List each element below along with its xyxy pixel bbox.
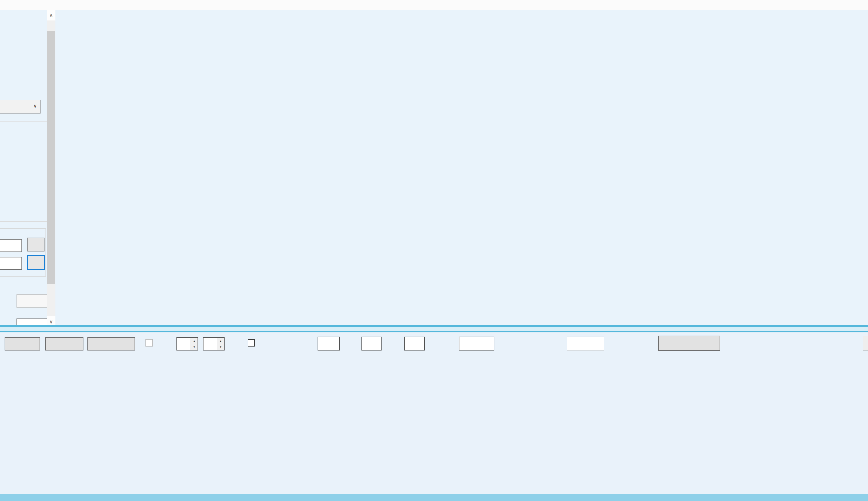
apply-percent-button-1[interactable] <box>28 238 45 252</box>
sidebar-scrollbar[interactable]: ∧ ∨ <box>47 10 55 325</box>
delete-button[interactable] <box>45 337 84 351</box>
scroll-up-button[interactable]: ∧ <box>47 10 55 20</box>
portfolio-chart[interactable] <box>56 10 868 325</box>
percent-field-2[interactable] <box>0 257 22 270</box>
chevron-up-icon: ∧ <box>50 12 53 18</box>
positions-toolbar: ▲ ▼ ▲ ▼ <box>0 332 868 356</box>
save-button[interactable] <box>87 337 135 351</box>
horizontal-splitter[interactable] <box>0 325 868 332</box>
p2-field[interactable] <box>567 337 604 351</box>
v1-field[interactable] <box>361 337 382 351</box>
spinner-value <box>177 338 191 350</box>
chevron-down-icon: ∨ <box>33 103 37 109</box>
p1-field[interactable] <box>459 337 494 351</box>
chart-plot <box>56 10 868 325</box>
m-checkbox[interactable] <box>248 339 255 347</box>
dh-spinner-2[interactable]: ▲ ▼ <box>203 337 224 351</box>
tab-bar <box>0 0 868 10</box>
chevron-down-icon: ∨ <box>50 319 53 325</box>
dh-spinner-1[interactable]: ▲ ▼ <box>176 337 198 351</box>
strategy-dropdown[interactable]: ∨ <box>0 100 41 114</box>
import-button[interactable] <box>4 337 40 351</box>
cut-button[interactable] <box>863 336 868 351</box>
v2-field[interactable] <box>404 337 425 351</box>
spinner-down-icon[interactable]: ▼ <box>191 344 198 350</box>
d-field[interactable] <box>318 337 340 351</box>
spinner-up-icon[interactable]: ▲ <box>217 338 224 344</box>
scrollbar-thumb[interactable] <box>47 31 55 284</box>
spinner-value <box>204 338 217 350</box>
apply-percent-button-2[interactable] <box>27 255 45 270</box>
status-bar <box>0 494 868 501</box>
app-window: ∨ ∧ ∨ ▲ ▼ <box>0 0 868 501</box>
spinner-down-icon[interactable]: ▼ <box>217 344 224 350</box>
calc-go-button[interactable] <box>658 335 720 351</box>
dh-checkbox[interactable] <box>145 339 153 347</box>
percent-field-1[interactable] <box>0 239 22 252</box>
empty-groupbox <box>0 121 49 222</box>
spinner-up-icon[interactable]: ▲ <box>191 338 198 344</box>
step-field-disabled[interactable] <box>17 295 49 308</box>
